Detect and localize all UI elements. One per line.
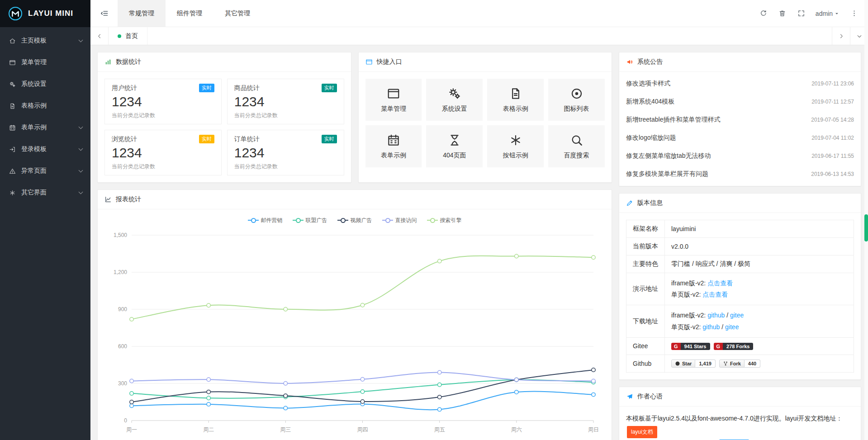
quick-item-icons[interactable]: 图标列表 <box>548 79 605 121</box>
calendar-icon <box>387 133 400 147</box>
sidebar-item-form[interactable]: 表单示例 <box>0 117 90 138</box>
svg-text:周一: 周一 <box>126 426 137 433</box>
notice-text: 修复左侧菜单缩放tab无法移动 <box>626 152 711 160</box>
top-header: 常规管理组件管理其它管理 admin <box>90 0 868 27</box>
legend-item[interactable]: 联盟广告 <box>293 217 327 224</box>
quick-item-label: 按钮示例 <box>503 151 528 160</box>
scrollbar-thumb[interactable] <box>864 214 868 241</box>
sidebar-menu: 主页模板菜单管理系统设置表格示例表单示例登录模板异常页面其它界面 <box>0 27 90 203</box>
quick-item-settings[interactable]: 系统设置 <box>426 79 483 121</box>
top-tab-other[interactable]: 其它管理 <box>213 0 261 27</box>
quick-item-button[interactable]: 按钮示例 <box>487 125 544 167</box>
stat-desc: 当前分类总记录数 <box>234 163 337 170</box>
quick-item-label: 系统设置 <box>442 105 467 113</box>
sidebar-item-menu[interactable]: 菜单管理 <box>0 52 90 73</box>
username: admin <box>816 10 833 17</box>
tabs-scroll-right-button[interactable] <box>832 27 850 45</box>
quick-item-table[interactable]: 表格示例 <box>487 79 544 121</box>
notice-time: 2019-07-05 14:28 <box>811 117 854 123</box>
bar-chart-icon <box>104 58 112 66</box>
stat-desc: 当前分类总记录数 <box>112 163 214 170</box>
sidebar-item-error[interactable]: 异常页面 <box>0 160 90 182</box>
legend-item[interactable]: 邮件营销 <box>248 217 283 224</box>
content-area: 数据统计 用户统计实时1234当前分类总记录数商品统计实时1234当前分类总记录… <box>90 45 868 440</box>
quick-item-menu[interactable]: 菜单管理 <box>365 79 422 121</box>
github-badge[interactable]: Star1,419 <box>671 360 716 368</box>
page-scrollbar[interactable] <box>864 0 868 440</box>
sidebar-item-label: 系统设置 <box>21 80 82 88</box>
layui-doc-badge[interactable]: layui文档 <box>627 426 657 438</box>
home-icon <box>9 38 21 44</box>
tabs-scroll-left-button[interactable] <box>90 27 109 45</box>
svg-text:900: 900 <box>118 306 127 312</box>
author-panel: 作者心语 本模板基于layui2.5.4以及font-awesome-4.7.0… <box>619 387 861 440</box>
notice-item: 新增treetable插件和菜单管理样式2019-07-05 14:28 <box>626 111 854 129</box>
legend-label: 直接访问 <box>395 217 417 224</box>
notice-panel: 系统公告 修改选项卡样式2019-07-11 23:06新增系统404模板201… <box>619 52 861 186</box>
sidebar-item-table[interactable]: 表格示例 <box>0 95 90 117</box>
sidebar-toggle-button[interactable] <box>90 0 118 27</box>
github-badge-count: 440 <box>745 360 760 368</box>
legend-item[interactable]: 搜索引擎 <box>427 217 462 224</box>
gitee-badge[interactable]: G941 Stars <box>671 343 710 350</box>
notice-text: 修复多模块菜单栏展开有问题 <box>626 170 708 178</box>
quick-item-label: 图标列表 <box>564 105 589 113</box>
sidebar-item-login[interactable]: 登录模板 <box>0 138 90 160</box>
sidebar-item-label: 表格示例 <box>21 102 82 110</box>
link-github[interactable]: github <box>702 323 720 331</box>
sidebar-item-other[interactable]: 其它界面 <box>0 182 90 203</box>
gitee-badge[interactable]: G278 Forks <box>714 343 754 350</box>
version-cell: layuimini <box>665 220 854 238</box>
legend-label: 邮件营销 <box>261 217 283 224</box>
caret-down-icon <box>834 10 840 17</box>
refresh-button[interactable] <box>754 0 773 27</box>
window-icon <box>387 87 400 100</box>
sidebar-item-home[interactable]: 主页模板 <box>0 30 90 52</box>
svg-text:0: 0 <box>124 417 127 424</box>
top-tab-component[interactable]: 组件管理 <box>166 0 213 27</box>
page-tab-index[interactable]: 首页 <box>109 27 147 45</box>
version-label: 框架名称 <box>626 220 665 238</box>
github-badge[interactable]: Fork440 <box>719 360 760 368</box>
legend-item[interactable]: 直接访问 <box>382 217 417 224</box>
chevron-down-icon <box>856 33 863 39</box>
clear-cache-button[interactable] <box>773 0 792 27</box>
quick-item-baidu[interactable]: 百度搜索 <box>548 125 605 167</box>
link-github[interactable]: github <box>707 312 725 319</box>
logo-icon <box>7 5 24 22</box>
quick-item-form[interactable]: 表单示例 <box>365 125 422 167</box>
link-点击查看[interactable]: 点击查看 <box>707 279 733 287</box>
asterisk-icon <box>9 189 21 196</box>
header-actions: admin <box>754 0 868 27</box>
author-panel-title: 作者心语 <box>637 393 663 401</box>
stat-card: 浏览统计实时1234当前分类总记录数 <box>104 130 222 175</box>
page-tabs-bar: 首页 <box>90 27 868 45</box>
top-tab-general[interactable]: 常规管理 <box>118 0 166 27</box>
megaphone-icon <box>626 58 633 66</box>
notice-time: 2019-06-17 11:55 <box>811 153 854 159</box>
link-gitee[interactable]: gitee <box>730 312 744 319</box>
report-panel-title: 报表统计 <box>116 195 141 203</box>
version-value: layuimini <box>671 225 696 232</box>
quick-item-label: 表格示例 <box>503 105 528 113</box>
legend-marker <box>382 218 393 223</box>
legend-item[interactable]: 视频广告 <box>337 217 372 224</box>
version-cell: Star1,419Fork440 <box>665 355 854 372</box>
gitee-badge-text: 941 Stars <box>681 343 710 350</box>
refresh-icon <box>759 9 767 17</box>
link-gitee[interactable]: gitee <box>725 323 739 331</box>
fullscreen-button[interactable] <box>792 0 811 27</box>
notice-time: 2019-07-11 12:57 <box>811 99 854 105</box>
stat-title: 商品统计 <box>234 84 260 92</box>
quick-item-page404[interactable]: 404页面 <box>426 125 483 167</box>
user-menu[interactable]: admin <box>811 10 844 17</box>
svg-text:周三: 周三 <box>280 426 291 433</box>
quick-item-label: 菜单管理 <box>381 105 406 113</box>
gitee-icon: G <box>714 343 723 350</box>
github-icon <box>675 361 680 366</box>
sidebar-item-settings[interactable]: 系统设置 <box>0 73 90 95</box>
svg-text:1,200: 1,200 <box>114 269 127 275</box>
link-点击查看[interactable]: 点击查看 <box>702 291 728 298</box>
github-badge-count: 1,419 <box>695 360 716 368</box>
more-menu-button[interactable] <box>844 0 863 27</box>
